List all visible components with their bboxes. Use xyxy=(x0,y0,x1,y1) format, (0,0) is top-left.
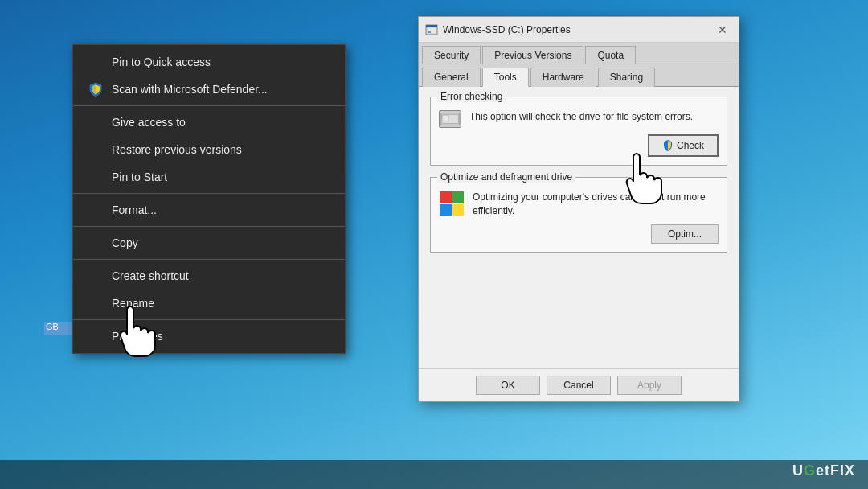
optimize-button[interactable]: Optim... xyxy=(651,224,719,244)
storage-label: GB xyxy=(44,322,59,331)
defrag-q4 xyxy=(452,204,465,216)
dialog-close-button[interactable]: ✕ xyxy=(713,22,732,38)
check-button-label: Check xyxy=(677,140,704,151)
context-menu-item-format[interactable]: Format... xyxy=(73,196,345,224)
context-menu-item-copy[interactable]: Copy xyxy=(73,229,345,257)
error-checking-description: This option will check the drive for fil… xyxy=(469,110,719,124)
dialog-title: Windows-SSD (C:) Properties xyxy=(443,24,713,35)
pin-quick-access-label: Pin to Quick access xyxy=(112,55,211,68)
context-menu-item-give-access[interactable]: Give access to xyxy=(73,109,345,136)
separator-2 xyxy=(73,193,345,194)
context-menu-item-rename[interactable]: Rename xyxy=(73,290,345,317)
optimize-section: Optimize and defragment drive Optimizing… xyxy=(430,177,727,253)
context-menu-item-pin-quick-access[interactable]: Pin to Quick access xyxy=(73,48,345,76)
separator-4 xyxy=(73,259,345,260)
restore-versions-label: Restore previous versions xyxy=(112,143,242,156)
pin-start-label: Pin to Start xyxy=(112,171,167,183)
context-menu-item-pin-start[interactable]: Pin to Start xyxy=(73,163,345,191)
tab-quota[interactable]: Quota xyxy=(585,46,636,64)
optimize-button-container: Optim... xyxy=(439,224,719,244)
defrag-q2 xyxy=(452,191,465,203)
dialog-footer: OK Cancel Apply xyxy=(419,368,739,401)
cancel-button[interactable]: Cancel xyxy=(547,376,611,395)
give-access-label: Give access to xyxy=(112,116,186,129)
separator-5 xyxy=(73,319,345,320)
error-checking-section: Error checking This option will check th… xyxy=(430,97,727,166)
scan-defender-label: Scan with Microsoft Defender... xyxy=(112,83,268,96)
dialog-titlebar-icon xyxy=(425,23,438,36)
svg-rect-3 xyxy=(426,25,437,27)
defender-shield-icon xyxy=(86,82,105,97)
error-checking-inner: This option will check the drive for fil… xyxy=(439,110,719,128)
tab-hardware[interactable]: Hardware xyxy=(530,68,596,87)
tab-general[interactable]: General xyxy=(422,68,481,87)
check-button[interactable]: Check xyxy=(648,134,719,157)
optimize-inner: Optimizing your computer's drives can he… xyxy=(439,191,719,218)
defrag-q1 xyxy=(440,191,452,203)
defrag-icon xyxy=(439,191,465,216)
dialog-tabs-row2: General Tools Hardware Sharing xyxy=(419,64,739,87)
dialog-titlebar: Windows-SSD (C:) Properties ✕ xyxy=(419,17,739,43)
context-menu-item-scan-defender[interactable]: Scan with Microsoft Defender... xyxy=(73,76,345,103)
watermark-fix: FIX xyxy=(830,462,855,479)
watermark-e: e xyxy=(816,462,825,479)
svg-rect-6 xyxy=(443,115,448,121)
dialog-content: Error checking This option will check th… xyxy=(419,87,739,368)
context-menu-item-restore-versions[interactable]: Restore previous versions xyxy=(73,136,345,163)
optimize-description: Optimizing your computer's drives can he… xyxy=(473,191,719,218)
optimize-title: Optimize and defragment drive xyxy=(437,171,575,183)
tab-sharing[interactable]: Sharing xyxy=(598,68,655,87)
tab-tools[interactable]: Tools xyxy=(482,68,529,87)
defrag-q3 xyxy=(440,204,452,216)
create-shortcut-label: Create shortcut xyxy=(112,269,189,282)
error-checking-title: Error checking xyxy=(437,91,506,102)
watermark: UGetFIX xyxy=(792,462,855,479)
separator-3 xyxy=(73,226,345,227)
properties-dialog: Windows-SSD (C:) Properties ✕ Security P… xyxy=(418,16,739,402)
taskbar xyxy=(0,460,868,489)
optimize-button-label: Optim... xyxy=(668,228,702,240)
separator-1 xyxy=(73,105,345,106)
disk-icon xyxy=(439,110,461,128)
check-button-container: Check xyxy=(439,134,719,157)
ok-button[interactable]: OK xyxy=(476,376,540,395)
watermark-g: G xyxy=(804,462,816,479)
format-label: Format... xyxy=(112,203,157,216)
apply-button[interactable]: Apply xyxy=(617,376,682,395)
tab-previous-versions[interactable]: Previous Versions xyxy=(482,46,583,64)
context-menu-item-create-shortcut[interactable]: Create shortcut xyxy=(73,262,345,290)
tab-security[interactable]: Security xyxy=(422,46,481,64)
dialog-tabs: Security Previous Versions Quota xyxy=(419,43,739,64)
rename-label: Rename xyxy=(112,297,154,310)
svg-rect-2 xyxy=(428,31,431,33)
properties-label: Properties xyxy=(112,330,163,343)
context-menu-item-properties[interactable]: Properties xyxy=(73,323,345,350)
context-menu: Pin to Quick access Scan with Microsoft … xyxy=(72,44,346,354)
copy-label: Copy xyxy=(112,236,138,249)
watermark-u: U xyxy=(792,462,804,479)
watermark-t: t xyxy=(825,462,830,479)
